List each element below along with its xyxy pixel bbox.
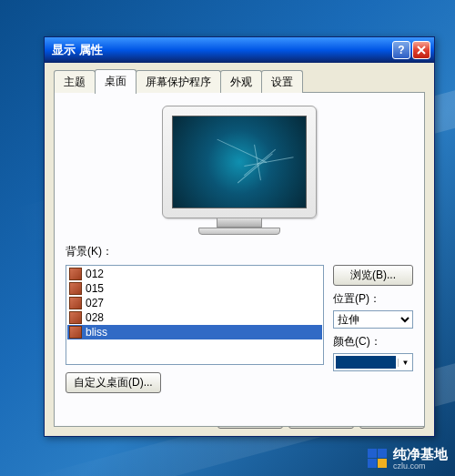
image-file-icon	[69, 297, 82, 309]
position-select[interactable]: 拉伸	[333, 310, 413, 329]
list-item-label: 015	[86, 282, 104, 295]
image-file-icon	[69, 311, 82, 324]
tab-desktop[interactable]: 桌面	[95, 69, 136, 94]
display-properties-window: 显示 属性 ? 主题 桌面 屏幕保护程序 外观 设置	[44, 36, 435, 437]
list-item-label: 012	[86, 268, 104, 280]
image-file-icon	[69, 268, 82, 280]
tab-appearance[interactable]: 外观	[220, 70, 262, 93]
desktop-tab-content: 背景(K)： 012 015 027	[54, 92, 425, 427]
list-item[interactable]: 027	[67, 296, 322, 310]
image-file-icon	[69, 282, 82, 295]
window-title: 显示 属性	[52, 42, 392, 58]
tab-settings[interactable]: 设置	[261, 70, 303, 93]
list-item-label: 028	[86, 311, 104, 324]
customize-desktop-button[interactable]: 自定义桌面(D)...	[66, 372, 161, 393]
chevron-down-icon: ▼	[398, 359, 412, 367]
watermark-url: czlu.com	[393, 461, 448, 471]
close-button[interactable]	[412, 41, 430, 59]
color-picker[interactable]: ▼	[333, 353, 413, 371]
color-label: 颜色(C)：	[333, 334, 413, 349]
titlebar[interactable]: 显示 属性 ?	[45, 37, 434, 63]
list-item-label: 027	[86, 297, 104, 309]
browse-button[interactable]: 浏览(B)...	[333, 265, 413, 286]
image-file-icon	[69, 326, 82, 339]
color-preview	[336, 356, 396, 369]
help-button[interactable]: ?	[392, 41, 410, 59]
tab-themes[interactable]: 主题	[54, 70, 96, 93]
list-item[interactable]: 012	[67, 267, 322, 281]
background-listbox[interactable]: 012 015 027 028	[66, 265, 324, 365]
list-item[interactable]: bliss	[67, 325, 322, 339]
watermark: 纯净基地 czlu.com	[368, 447, 448, 471]
tab-screensaver[interactable]: 屏幕保护程序	[136, 70, 221, 93]
tab-strip: 主题 桌面 屏幕保护程序 外观 设置	[54, 70, 425, 93]
list-item[interactable]: 015	[67, 281, 322, 296]
list-item-label: bliss	[86, 326, 107, 339]
position-label: 位置(P)：	[333, 291, 413, 307]
watermark-name: 纯净基地	[393, 447, 448, 462]
list-item[interactable]: 028	[67, 310, 322, 325]
monitor-preview	[157, 106, 321, 235]
background-label: 背景(K)：	[66, 244, 413, 259]
watermark-logo-icon	[368, 449, 388, 469]
